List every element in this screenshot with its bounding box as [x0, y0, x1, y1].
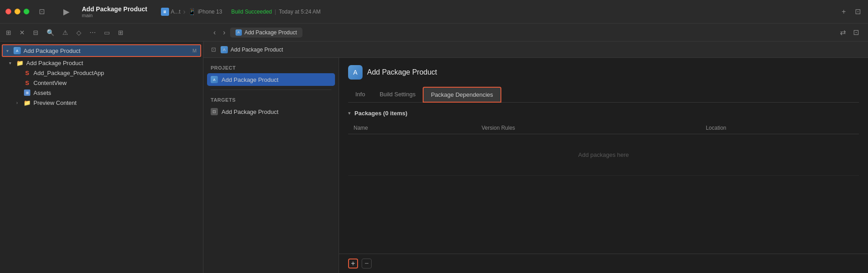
- project-title: Add Package Product main: [82, 5, 147, 18]
- col-location: Location: [700, 122, 859, 134]
- tab-build-settings[interactable]: Build Settings: [373, 87, 423, 103]
- tab-bar: A Add Package Product: [230, 28, 836, 38]
- forward-button[interactable]: ›: [220, 28, 228, 38]
- warning-icon-button[interactable]: ⚠: [60, 28, 71, 38]
- folder-chevron-icon: ▾: [9, 61, 14, 66]
- build-succeeded-label: Build Succeeded: [231, 9, 272, 15]
- titlebar: ⊡ ▶ Add Package Product main 🖥 A...t › 📱…: [0, 0, 868, 24]
- root-label: Add Package Product: [24, 47, 80, 54]
- layout-button[interactable]: ⊡: [853, 5, 863, 18]
- build-status-area: Build Succeeded | Today at 5:24 AM: [231, 9, 321, 15]
- device-icon: 🖥: [161, 8, 169, 16]
- toolbar: ⊞ ✕ ⊟ 🔍 ⚠ ◇ ⋯ ▭ ⊞ ‹ › A Add Package Prod…: [0, 24, 868, 42]
- sidebar-toggle-button[interactable]: ⊡: [37, 7, 47, 17]
- maximize-button[interactable]: [24, 9, 29, 14]
- sidebar-item-preview-content[interactable]: › 📁 Preview Content: [0, 98, 203, 108]
- build-separator: |: [275, 9, 276, 15]
- target-item-label: Add Package Product: [222, 108, 278, 115]
- main-content: ▾ A Add Package Product M ▾ 📁 Add Packag…: [0, 42, 868, 273]
- package-content: ▾ Packages (0 items) Name Version Rules …: [339, 103, 868, 254]
- config-nav-target-item[interactable]: ⊡ Add Package Product: [203, 105, 339, 118]
- empty-state-message: Add packages here: [354, 138, 854, 172]
- tab-label: Add Package Product: [245, 29, 297, 36]
- editor-area: ⊡ A Add Package Product PROJECT A Add Pa…: [203, 42, 868, 273]
- editor-breadcrumb-icon: A: [221, 46, 228, 53]
- add-tab-button[interactable]: +: [840, 6, 848, 18]
- sidebar-item-assets[interactable]: ▾ ⊞ Assets: [0, 88, 203, 98]
- config-title-text: Add Package Product: [367, 68, 437, 76]
- breadcrumb-chevron-1: ›: [183, 8, 185, 16]
- build-time: Today at 5:24 AM: [279, 9, 321, 15]
- tab-package-dependencies[interactable]: Package Dependencies: [423, 87, 501, 103]
- close-icon-button[interactable]: ✕: [17, 28, 27, 38]
- project-section-label: PROJECT: [203, 63, 339, 73]
- config-title-row: A Add Package Product: [348, 65, 859, 80]
- package-actions: + −: [339, 254, 868, 273]
- packages-table: Name Version Rules Location Add packages…: [348, 122, 859, 176]
- app-file-label: Add_Package_ProductApp: [33, 70, 104, 76]
- config-separator: [211, 89, 331, 90]
- right-panel-icon-button[interactable]: ⊡: [851, 26, 861, 38]
- back-button[interactable]: ‹: [211, 28, 218, 38]
- sidebar-folder-label: Add Package Product: [26, 60, 83, 66]
- layout-icon-button[interactable]: ⊟: [31, 28, 41, 38]
- sidebar-root-item[interactable]: ▾ A Add Package Product M: [2, 44, 201, 57]
- config-tabs: Info Build Settings Package Dependencies: [348, 87, 859, 103]
- config-nav: PROJECT A Add Package Product TARGETS ⊡ …: [203, 58, 339, 273]
- diamond-icon-button[interactable]: ◇: [74, 28, 84, 38]
- preview-folder-icon: 📁: [24, 99, 31, 106]
- project-item-label: Add Package Product: [222, 76, 278, 83]
- sidebar-item-add-package-folder[interactable]: ▾ 📁 Add Package Product: [0, 58, 203, 68]
- active-tab[interactable]: A Add Package Product: [230, 28, 302, 38]
- sidebar-tree: ▾ A Add Package Product M ▾ 📁 Add Packag…: [0, 42, 203, 273]
- play-button[interactable]: ▶: [60, 5, 73, 18]
- breadcrumb-device[interactable]: 🖥 A...t: [161, 8, 180, 16]
- breadcrumb-phone[interactable]: 📱 iPhone 13: [188, 8, 222, 15]
- rect-icon-button[interactable]: ▭: [102, 28, 112, 38]
- minimize-button[interactable]: [14, 9, 20, 14]
- packages-header: ▾ Packages (0 items): [348, 110, 859, 117]
- grid2-icon-button[interactable]: ⊞: [116, 28, 126, 38]
- project-name: Add Package Product: [82, 5, 147, 13]
- toolbar-left: ⊞ ✕ ⊟ 🔍 ⚠ ◇ ⋯ ▭ ⊞: [4, 28, 207, 38]
- target-icon: ⊡: [211, 108, 218, 115]
- swift-contentview-icon: S: [24, 79, 31, 86]
- breadcrumb: 🖥 A...t › 📱 iPhone 13: [161, 8, 222, 16]
- root-badge: M: [193, 48, 197, 53]
- add-package-button[interactable]: +: [348, 259, 358, 268]
- search-icon-button[interactable]: 🔍: [44, 28, 57, 38]
- titlebar-right: + ⊡: [840, 5, 863, 18]
- toolbar-right: ‹ › A Add Package Product ⇄ ⊡: [207, 26, 864, 38]
- root-chevron-icon: ▾: [6, 48, 12, 53]
- tab-app-icon: A: [236, 29, 242, 36]
- return-icon-button[interactable]: ⇄: [838, 26, 848, 38]
- file-navigator-sidebar: ▾ A Add Package Product M ▾ 📁 Add Packag…: [0, 42, 203, 273]
- dots-icon-button[interactable]: ⋯: [87, 28, 98, 38]
- project-item-icon: A: [211, 76, 218, 83]
- root-app-icon: A: [14, 47, 21, 54]
- remove-package-button[interactable]: −: [362, 259, 372, 268]
- editor-sidebar-toggle[interactable]: ⊡: [209, 45, 218, 54]
- phone-icon: 📱: [188, 8, 196, 15]
- editor-breadcrumb: ⊡ A Add Package Product: [203, 42, 868, 58]
- editor-breadcrumb-title: Add Package Product: [231, 47, 283, 53]
- col-version-rules: Version Rules: [476, 122, 700, 134]
- sidebar-item-app-file[interactable]: ▾ S Add_Package_ProductApp: [0, 68, 203, 78]
- close-button[interactable]: [5, 9, 11, 14]
- assets-label: Assets: [33, 89, 51, 96]
- swift-file-icon: S: [24, 69, 31, 76]
- packages-chevron-icon: ▾: [348, 110, 351, 116]
- toolbar-right-icons: ⇄ ⊡: [838, 26, 861, 38]
- contentview-label: ContentView: [33, 80, 66, 86]
- packages-title: Packages (0 items): [354, 110, 407, 117]
- tab-info[interactable]: Info: [348, 87, 373, 103]
- config-header: A Add Package Product Info Build Setting…: [339, 58, 868, 103]
- grid-icon-button[interactable]: ⊞: [4, 28, 14, 38]
- folder-icon: 📁: [16, 59, 24, 66]
- sidebar-item-contentview[interactable]: ▾ S ContentView: [0, 78, 203, 88]
- traffic-lights: [5, 9, 29, 14]
- preview-chevron-icon: ›: [16, 100, 22, 105]
- preview-content-label: Preview Content: [33, 99, 76, 106]
- config-nav-project-item[interactable]: A Add Package Product: [207, 73, 335, 86]
- col-name: Name: [348, 122, 476, 134]
